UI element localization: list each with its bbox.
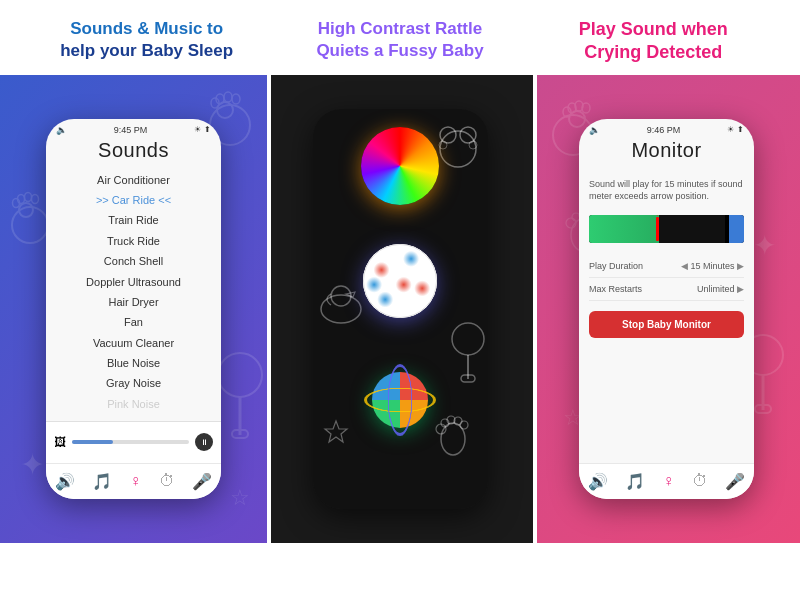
svg-text:✦: ✦: [20, 448, 45, 481]
meter-blue-bar: [729, 215, 744, 243]
status-icons-right: ☀ ⬆: [727, 125, 744, 134]
divider-left: [267, 75, 271, 543]
status-icons-left: ☀ ⬆: [194, 125, 211, 134]
stop-baby-monitor-button[interactable]: Stop Baby Monitor: [589, 311, 744, 338]
divider-right: [533, 75, 537, 543]
meter-arrow: [656, 217, 659, 241]
phone-monitor: 🔈 9:46 PM ☀ ⬆ Monitor Sound will play fo…: [579, 119, 754, 499]
nav-baby-icon-right[interactable]: ♀: [662, 472, 674, 490]
polka-ball: [363, 244, 437, 318]
monitor-description: Sound will play for 15 minutes if sound …: [589, 178, 744, 203]
list-item[interactable]: Fan: [56, 312, 211, 332]
progress-track[interactable]: [72, 440, 189, 444]
middle-panel: [267, 75, 533, 543]
header-col2-line1: High Contrast Rattle: [318, 19, 482, 38]
list-item[interactable]: Blue Noise: [56, 353, 211, 373]
list-item[interactable]: Vacuum Cleaner: [56, 333, 211, 353]
header-col1-line1: Sounds & Music to: [70, 19, 223, 38]
list-item[interactable]: Hair Dryer: [56, 292, 211, 312]
progress-fill: [72, 440, 113, 444]
nav-timer-icon-right[interactable]: ⏱: [692, 472, 708, 490]
list-item[interactable]: Pink Noise: [56, 394, 211, 414]
status-bar-right: 🔈 9:46 PM ☀ ⬆: [579, 119, 754, 137]
share-icon-right: ⬆: [737, 125, 744, 134]
nav-sounds-icon[interactable]: 🔊: [55, 472, 75, 491]
share-icon: ⬆: [204, 125, 211, 134]
header-col1-line2: help your Baby Sleep: [60, 41, 233, 60]
phone-nav-left: 🔊 🎵 ♀ ⏱ 🎤: [46, 463, 221, 499]
header-col-1: Sounds & Music to help your Baby Sleep: [20, 18, 273, 62]
rattle-display[interactable]: [313, 109, 488, 509]
pause-button[interactable]: ⏸: [195, 433, 213, 451]
nav-timer-icon[interactable]: ⏱: [159, 472, 175, 490]
monitor-content: Sound will play for 15 minutes if sound …: [579, 170, 754, 463]
phone-sounds: 🔈 9:45 PM ☀ ⬆ Sounds Air Conditioner >> …: [46, 119, 221, 499]
status-bar-left: 🔈 9:45 PM ☀ ⬆: [46, 119, 221, 137]
left-panel: ✦ ☆ 🔈 9:45 PM ☀ ⬆ Sounds Air Conditioner…: [0, 75, 267, 543]
main-content: ✦ ☆ 🔈 9:45 PM ☀ ⬆ Sounds Air Conditioner…: [0, 75, 800, 543]
svg-point-6: [12, 207, 48, 243]
svg-point-33: [460, 421, 468, 429]
svg-point-12: [218, 353, 262, 397]
max-restarts-label: Max Restarts: [589, 284, 642, 294]
svg-text:☆: ☆: [230, 485, 250, 510]
svg-point-17: [440, 131, 476, 167]
phone-nav-right: 🔊 🎵 ♀ ⏱ 🎤: [579, 463, 754, 499]
list-item[interactable]: Train Ride: [56, 210, 211, 230]
nav-music-icon[interactable]: 🎵: [92, 472, 112, 491]
monitor-title: Monitor: [579, 137, 754, 170]
svg-marker-27: [325, 421, 347, 442]
play-duration-value: ◀ 15 Minutes ▶: [681, 261, 744, 271]
brightness-icon-right: ☀: [727, 125, 734, 134]
meter-green-fill: [589, 215, 659, 243]
list-item-active[interactable]: >> Car Ride <<: [56, 190, 211, 210]
list-item[interactable]: Conch Shell: [56, 251, 211, 271]
meter-dark-fill: [659, 215, 725, 243]
header-col3-line2: Crying Detected: [584, 42, 722, 62]
gyro-ball: [364, 364, 436, 436]
header-col-3: Play Sound when Crying Detected: [527, 18, 780, 65]
list-item[interactable]: Gray Noise: [56, 373, 211, 393]
svg-point-5: [232, 94, 240, 104]
list-item[interactable]: Air Conditioner: [56, 170, 211, 190]
list-item[interactable]: Truck Ride: [56, 231, 211, 251]
svg-point-10: [25, 192, 32, 201]
sounds-title: Sounds: [46, 137, 221, 170]
play-duration-row: Play Duration ◀ 15 Minutes ▶: [589, 255, 744, 278]
chevron-left-icon[interactable]: ◀: [681, 261, 688, 271]
svg-text:✦: ✦: [753, 230, 776, 261]
svg-point-4: [224, 92, 232, 102]
chevron-right-max-icon[interactable]: ▶: [737, 284, 744, 294]
playback-bar: 🖼 ⏸: [46, 421, 221, 463]
volume-icon: 🔈: [56, 125, 67, 135]
right-panel: ✦ ☆ 🔈 9:46 PM ☀ ⬆ Monitor: [533, 75, 800, 543]
rainbow-ball: [361, 127, 439, 205]
nav-music-icon-right[interactable]: 🎵: [625, 472, 645, 491]
time-right: 9:46 PM: [647, 125, 681, 135]
header: Sounds & Music to help your Baby Sleep H…: [0, 0, 800, 75]
sounds-list[interactable]: Air Conditioner >> Car Ride << Train Rid…: [46, 170, 221, 421]
play-duration-label: Play Duration: [589, 261, 643, 271]
nav-mic-icon-right[interactable]: 🎤: [725, 472, 745, 491]
sound-meter: [589, 215, 744, 243]
phone-rattle: [313, 109, 488, 509]
time-left: 9:45 PM: [114, 125, 148, 135]
max-restarts-row: Max Restarts Unlimited ▶: [589, 278, 744, 301]
chevron-right-icon[interactable]: ▶: [737, 261, 744, 271]
header-col2-line2: Quiets a Fussy Baby: [316, 41, 483, 60]
max-restarts-value: Unlimited ▶: [697, 284, 744, 294]
svg-point-24: [452, 323, 484, 355]
header-col-2: High Contrast Rattle Quiets a Fussy Baby: [273, 18, 526, 62]
svg-point-11: [32, 194, 39, 203]
nav-mic-icon[interactable]: 🎤: [192, 472, 212, 491]
nav-sounds-icon-right[interactable]: 🔊: [588, 472, 608, 491]
image-icon: 🖼: [54, 435, 66, 449]
list-item[interactable]: Doppler Ultrasound: [56, 272, 211, 292]
volume-icon-right: 🔈: [589, 125, 600, 135]
brightness-icon: ☀: [194, 125, 201, 134]
nav-baby-icon[interactable]: ♀: [129, 472, 141, 490]
header-col3-line1: Play Sound when: [579, 19, 728, 39]
